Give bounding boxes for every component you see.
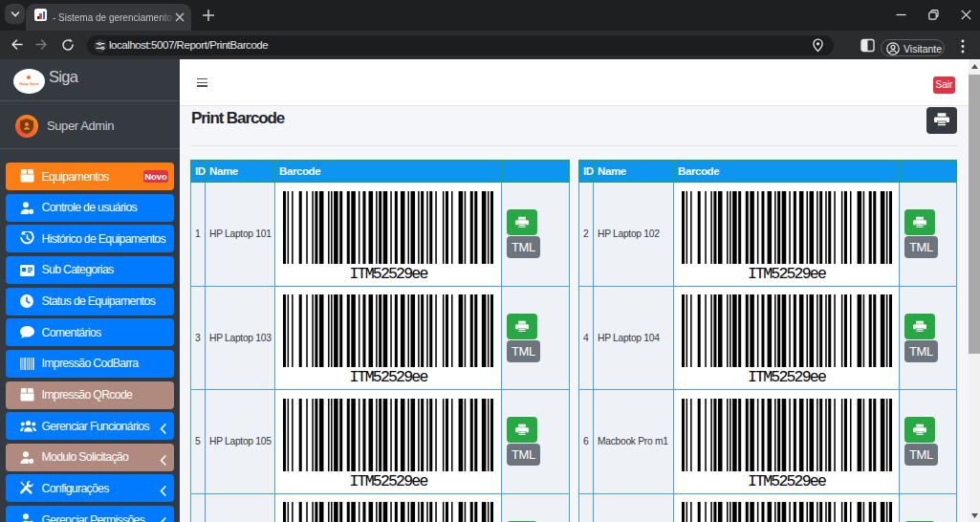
svg-text:Hospi Syste: Hospi Syste xyxy=(19,82,39,86)
